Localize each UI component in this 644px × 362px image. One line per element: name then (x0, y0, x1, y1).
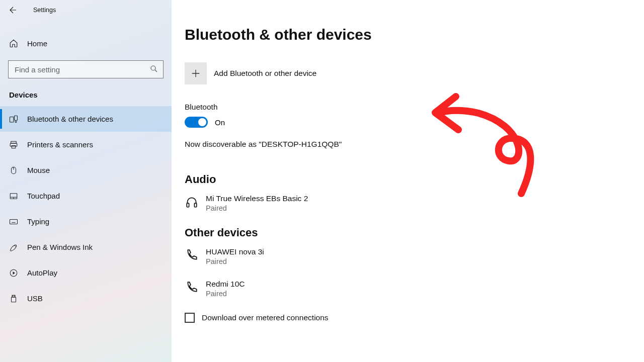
search-container (8, 60, 164, 78)
home-icon (9, 39, 18, 48)
svg-rect-5 (10, 143, 17, 146)
device-row[interactable]: Mi True Wireless EBs Basic 2Paired (185, 194, 644, 212)
device-name: Mi True Wireless EBs Basic 2 (206, 194, 308, 203)
plus-tile (185, 62, 207, 84)
headphones-icon (185, 195, 199, 209)
titlebar: Settings (0, 0, 172, 20)
phone-icon (185, 281, 199, 295)
mouse-icon (9, 166, 18, 175)
nav-item-bluetooth-other-devices[interactable]: Bluetooth & other devices (0, 106, 172, 132)
svg-rect-6 (12, 145, 16, 148)
nav-home-label: Home (27, 39, 47, 48)
svg-rect-23 (187, 203, 189, 207)
search-input[interactable] (8, 60, 164, 78)
device-name: HUAWEI nova 3i (206, 247, 264, 256)
section-label: Devices (9, 90, 172, 99)
back-button[interactable] (7, 4, 19, 16)
device-status: Paired (206, 290, 245, 298)
nav-item-label: Touchpad (27, 192, 60, 200)
device-row[interactable]: Redmi 10CPaired (185, 280, 644, 298)
bluetooth-toggle-row: On (185, 117, 644, 128)
nav-list: Bluetooth & other devicesPrinters & scan… (0, 106, 172, 311)
nav-item-label: USB (27, 294, 43, 303)
bluetooth-devices-icon (9, 115, 18, 124)
nav-item-mouse[interactable]: Mouse (0, 157, 172, 183)
keyboard-icon (9, 217, 18, 226)
svg-rect-20 (12, 297, 16, 302)
metered-row: Download over metered connections (185, 313, 644, 323)
nav-item-label: Bluetooth & other devices (27, 115, 113, 123)
device-name: Redmi 10C (206, 280, 245, 289)
back-arrow-icon (9, 6, 18, 15)
nav-item-label: Printers & scanners (27, 140, 93, 149)
metered-checkbox[interactable] (185, 313, 195, 323)
plus-icon (190, 68, 201, 79)
printer-icon (9, 140, 18, 149)
bluetooth-toggle-state: On (215, 118, 225, 127)
main-content: Bluetooth & other devices Add Bluetooth … (172, 0, 644, 362)
audio-group-title: Audio (185, 173, 644, 186)
page-title: Bluetooth & other devices (185, 26, 644, 43)
nav-item-label: Pen & Windows Ink (27, 243, 93, 251)
autoplay-icon (9, 268, 18, 278)
nav-item-label: Typing (27, 217, 49, 226)
discoverable-text: Now discoverable as "DESKTOP-H1G1QQB" (185, 140, 644, 149)
metered-label: Download over metered connections (202, 313, 329, 322)
touchpad-icon (9, 192, 18, 201)
add-device-label: Add Bluetooth or other device (214, 69, 316, 78)
audio-device-list: Mi True Wireless EBs Basic 2Paired (185, 194, 644, 212)
usb-icon (9, 294, 18, 303)
sidebar: Settings Home Devices Bluetooth & other … (0, 0, 172, 362)
bluetooth-label: Bluetooth (185, 103, 644, 112)
svg-rect-2 (15, 116, 18, 120)
nav-home[interactable]: Home (0, 31, 172, 55)
svg-rect-12 (10, 219, 18, 224)
nav-item-printers-scanners[interactable]: Printers & scanners (0, 132, 172, 157)
device-status: Paired (206, 257, 264, 265)
device-status: Paired (206, 204, 308, 212)
nav-item-autoplay[interactable]: AutoPlay (0, 260, 172, 286)
svg-rect-1 (10, 117, 14, 122)
phone-icon (185, 248, 199, 262)
device-row[interactable]: HUAWEI nova 3iPaired (185, 247, 644, 265)
svg-point-3 (15, 121, 17, 122)
nav-item-typing[interactable]: Typing (0, 209, 172, 234)
nav-item-pen-windows-ink[interactable]: Pen & Windows Ink (0, 234, 172, 260)
bluetooth-toggle[interactable] (185, 117, 208, 128)
svg-rect-24 (194, 203, 196, 207)
other-group-title: Other devices (185, 226, 644, 239)
other-device-list: HUAWEI nova 3iPairedRedmi 10CPaired (185, 247, 644, 298)
nav-item-label: AutoPlay (27, 268, 57, 277)
nav-item-touchpad[interactable]: Touchpad (0, 183, 172, 209)
svg-rect-4 (11, 141, 17, 143)
nav-item-usb[interactable]: USB (0, 286, 172, 311)
pen-icon (9, 243, 18, 252)
nav-item-label: Mouse (27, 166, 50, 174)
svg-rect-19 (12, 295, 15, 297)
window-title: Settings (33, 7, 56, 14)
add-device-button[interactable]: Add Bluetooth or other device (185, 62, 644, 84)
